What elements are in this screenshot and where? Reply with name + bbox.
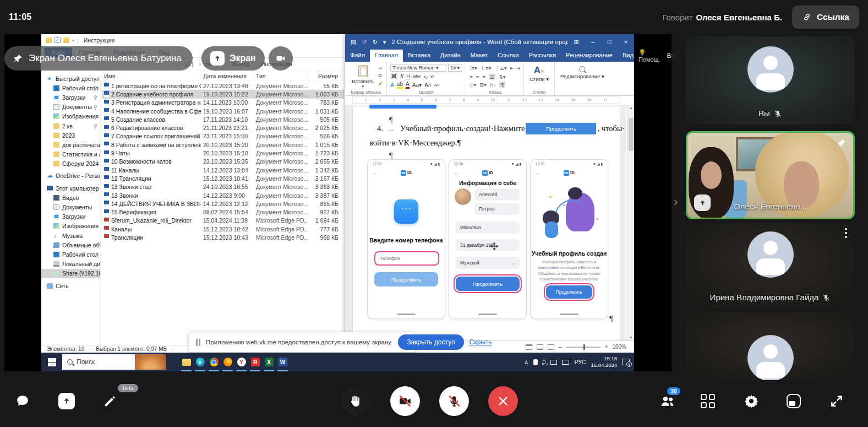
settings-button[interactable] — [743, 392, 760, 410]
zoom-out-button[interactable]: – — [559, 344, 562, 350]
line-spacing-icon[interactable]: ⇅▾ — [499, 74, 506, 80]
tellme-help-label[interactable]: 💡 Помощ. — [638, 49, 660, 63]
print-layout-icon[interactable] — [537, 344, 543, 350]
grow-font-icon[interactable]: A˄ — [424, 82, 432, 88]
file-row[interactable]: 12 Трансляции 15.12.2023 10:41 Документ … — [102, 174, 344, 182]
superscript-button[interactable]: x² — [430, 74, 434, 79]
zoom-slider-thumb[interactable] — [583, 344, 585, 350]
taskbar-app-icon[interactable]: Я — [248, 353, 262, 371]
file-row[interactable]: 2 Создание учебного профиля 19.10.2023 1… — [102, 90, 344, 98]
scrollbar-thumb[interactable] — [629, 118, 634, 151]
sidebar-item[interactable]: Изображения — [41, 221, 100, 231]
file-row[interactable]: 4 Наполнение сообщества в Сферум 19.10.2… — [102, 107, 344, 115]
sidebar-item[interactable]: Видео — [41, 193, 100, 202]
kebab-menu-icon[interactable] — [845, 228, 847, 238]
web-layout-icon[interactable] — [548, 344, 554, 350]
document-page[interactable]: ¶ 4. → Учебный·профиль·создан!·Нажмите П… — [352, 106, 620, 340]
zoom-in-button[interactable]: + — [605, 344, 608, 350]
column-header-size[interactable]: Размер — [308, 72, 341, 80]
word-tab[interactable]: Рассылки — [524, 50, 561, 62]
subscript-button[interactable]: x₂ — [423, 74, 428, 79]
word-tab[interactable]: Вид — [618, 50, 638, 62]
sidebar-item[interactable]: Сферум 2024 — [41, 159, 100, 169]
file-row[interactable]: 3 Регистрация администратора на пла... 1… — [102, 99, 344, 107]
file-row[interactable]: 13 Звонки стар 24.10.2023 16:55 Документ… — [102, 183, 344, 191]
paste-button[interactable]: Вставить▾ — [348, 64, 377, 90]
language-indicator[interactable]: РУС — [574, 359, 586, 365]
file-row[interactable]: 15 Верификация 09.02.2024 15:54 Документ… — [102, 208, 344, 216]
document-area[interactable]: ¶ 4. → Учебный·профиль·создан!·Нажмите П… — [345, 105, 626, 340]
numbering-icon[interactable]: ⒈≡▾ — [481, 65, 492, 72]
justify-icon[interactable]: ≣ — [489, 74, 495, 80]
participant-tile-speaker[interactable]: Олеся Евгеньевн... — [686, 131, 855, 219]
file-row[interactable]: 13 Звонки 14.12.2023 9:00 Документ Micro… — [102, 191, 344, 199]
read-mode-icon[interactable] — [526, 344, 532, 350]
indent-icons[interactable]: ⇤ ⇥ — [510, 65, 521, 72]
column-header-name[interactable]: Имя — [102, 72, 201, 80]
copy-icon[interactable]: ⧉ — [378, 73, 383, 79]
format-painter-icon[interactable]: 🖌 — [378, 80, 383, 86]
taskbar-search[interactable]: Поиск — [62, 354, 166, 370]
phone-tray-icon[interactable] — [533, 359, 538, 365]
sidebar-item[interactable]: 2 кв — [41, 121, 100, 131]
taskbar-app-icon[interactable]: e — [193, 353, 207, 371]
battery-icon[interactable] — [550, 360, 557, 365]
restore-button[interactable]: □ — [601, 34, 618, 50]
participant-tile-fourth[interactable] — [686, 312, 855, 380]
editing-button[interactable]: Редактирование ▾ — [560, 73, 604, 79]
action-center-icon[interactable]: 1 — [622, 359, 630, 365]
scroll-down-icon[interactable]: ▼ — [627, 336, 635, 339]
font-color-icon[interactable]: А — [406, 81, 410, 89]
participant-tile-you[interactable]: Вы — [686, 36, 855, 125]
align-right-icon[interactable]: ≡ — [482, 74, 485, 80]
file-row[interactable]: 1 регистрация оо на платформе Сферу... 2… — [102, 82, 344, 90]
taskbar-app-icon[interactable] — [221, 353, 234, 371]
redo-icon[interactable]: ↻ — [373, 39, 378, 46]
file-row[interactable]: Каналы 15.12.2023 10:42 Microsoft Edge P… — [102, 225, 344, 233]
ribbon-display-icon[interactable]: ⊞ — [568, 34, 585, 50]
sidebar-item[interactable]: Документы — [41, 102, 100, 112]
fullscreen-button[interactable] — [828, 393, 845, 409]
column-header-date[interactable]: Дата изменения — [201, 72, 254, 80]
customize-qat-icon[interactable]: ▾ — [383, 39, 386, 46]
file-row[interactable]: 11 Каналы 14.12.2023 13:04 Документ Micr… — [102, 166, 344, 174]
file-row[interactable]: 7 Создание ссылок приглашений 23.11.2023… — [102, 132, 344, 140]
word-tab[interactable]: Главная — [370, 50, 403, 62]
chevron-down-icon[interactable]: ▾ — [72, 38, 74, 43]
camera-toggle-button[interactable] — [390, 386, 420, 416]
styles-button[interactable]: Стили ▾ — [529, 76, 549, 82]
word-tab[interactable]: Рецензирование — [561, 50, 618, 62]
font-size-combobox[interactable]: 14 ▾ — [448, 64, 462, 72]
underline-button[interactable]: Ч — [406, 73, 410, 79]
taskbar-app-icon[interactable] — [179, 353, 193, 371]
participant-tile-irina[interactable]: Ирина Владимировна Гайда — [686, 223, 855, 309]
file-row[interactable]: Трансляции 15.12.2023 10:43 Microsoft Ed… — [102, 233, 344, 241]
file-row[interactable]: 10 Возможности чатов 23.10.2023 15:35 До… — [102, 158, 344, 166]
sidebar-item[interactable]: Объемные объект — [41, 240, 100, 250]
sort-icon[interactable]: A↓ — [490, 82, 496, 88]
file-row[interactable]: Sferum_Ukazanie_roli_Direktor 15.04.2024… — [102, 217, 344, 225]
word-tab[interactable]: Макет — [466, 50, 493, 62]
pin-icon[interactable] — [837, 138, 847, 148]
sidebar-item[interactable]: Изображения — [41, 112, 100, 121]
display-icon[interactable] — [562, 360, 569, 365]
collapse-sidebar-chevron[interactable]: › — [674, 195, 678, 209]
clock-date[interactable]: 15:1815.04.2024 — [591, 355, 617, 369]
sidebar-item[interactable]: Рабочий стол — [41, 83, 100, 93]
sidebar-item[interactable]: Загрузки — [41, 212, 100, 221]
copy-link-button[interactable]: Ссылка — [792, 6, 859, 29]
sidebar-item[interactable]: Share (\\192.168.0.3 — [41, 269, 100, 278]
sidebar-item[interactable]: Локальный диск (C — [41, 260, 100, 269]
sidebar-item[interactable]: Сеть — [41, 281, 100, 290]
pip-button[interactable] — [786, 393, 801, 409]
taskbar-app-icon[interactable]: Y — [234, 353, 248, 371]
end-call-button[interactable] — [488, 386, 518, 416]
pinned-screen-label[interactable]: Экран Олеся Евгеньевна Батурина — [4, 46, 193, 71]
start-button[interactable] — [41, 353, 62, 371]
grid-view-button[interactable] — [700, 393, 716, 409]
hide-notification-link[interactable]: Скрыть — [470, 338, 492, 346]
bold-button[interactable]: Ж — [390, 73, 397, 79]
word-tab[interactable]: Дизайн — [435, 50, 466, 62]
file-explorer-window[interactable]: ✓ ▾ | Инструкции ФайлГлавнаяПоделитьсяВи… — [41, 34, 345, 353]
file-row[interactable]: 6 Редактирование классов 21.11.2023 13:2… — [102, 123, 344, 132]
